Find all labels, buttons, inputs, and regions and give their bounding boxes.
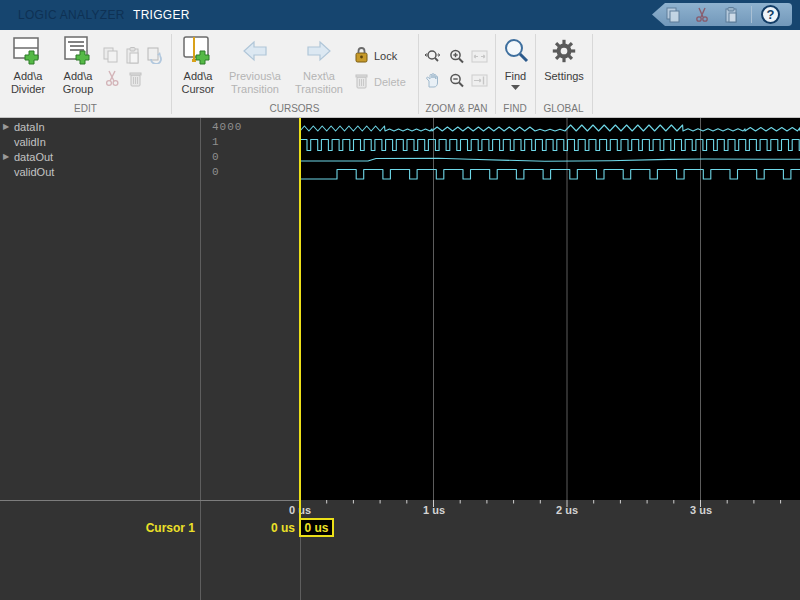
- paste-icon[interactable]: [723, 7, 739, 23]
- section-divider: [535, 34, 536, 114]
- find-button[interactable]: Find: [498, 34, 533, 90]
- find-section-label: FIND: [495, 103, 535, 114]
- cursor-readout-box[interactable]: 0 us: [299, 518, 334, 537]
- lock-icon[interactable]: [353, 46, 370, 63]
- waveform-plot[interactable]: [300, 118, 800, 500]
- cursor-name-label: Cursor 1: [95, 521, 195, 535]
- find-icon: [501, 34, 531, 68]
- zoom-pan-section-label: ZOOM & PAN: [418, 103, 495, 114]
- logic-analyzer-window: LOGIC ANALYZER TRIGGER ?: [0, 0, 800, 600]
- qat-separator: [751, 6, 752, 23]
- add-divider-button[interactable]: Add\aDivider: [4, 34, 52, 96]
- signal-row-validin[interactable]: validIn 1: [0, 136, 300, 151]
- cut-icon[interactable]: [694, 7, 710, 23]
- title-bar: LOGIC ANALYZER TRIGGER ?: [0, 0, 800, 30]
- settings-label: Settings: [544, 70, 584, 83]
- help-button[interactable]: ?: [761, 5, 780, 24]
- fit-to-view-icon[interactable]: [471, 48, 488, 65]
- add-cursor-icon: [181, 34, 215, 68]
- delete-cursor-icon[interactable]: [353, 72, 370, 89]
- zoom-to-cursor-icon[interactable]: [471, 72, 488, 89]
- signal-name: dataOut: [14, 151, 53, 163]
- add-cursor-label: Add\aCursor: [181, 70, 214, 96]
- add-divider-label: Add\aDivider: [11, 70, 45, 96]
- edit-section-label: EDIT: [0, 103, 171, 114]
- settings-button[interactable]: Settings: [540, 34, 588, 83]
- add-group-label: Add\aGroup: [63, 70, 94, 96]
- signal-value: 1: [212, 136, 220, 148]
- quick-access-toolbar: ?: [652, 3, 792, 26]
- time-cursor-line[interactable]: [299, 118, 301, 519]
- section-divider: [171, 34, 172, 114]
- cursor-value-label: 0 us: [215, 521, 295, 535]
- section-divider: [418, 34, 419, 114]
- cut-small-icon[interactable]: [104, 70, 121, 87]
- gear-icon: [550, 34, 578, 68]
- signal-name: validOut: [14, 166, 54, 178]
- signal-name: validIn: [14, 136, 46, 148]
- tab-logic-analyzer[interactable]: LOGIC ANALYZER: [18, 0, 125, 30]
- signal-value: 4000: [212, 121, 242, 133]
- signal-row-datain[interactable]: ▶ dataIn 4000: [0, 121, 300, 136]
- expand-arrow-icon[interactable]: ▶: [3, 122, 9, 131]
- toolstrip: Add\aDivider Add\aGroup: [0, 30, 800, 118]
- signal-name: dataIn: [14, 121, 45, 133]
- add-group-icon: [61, 34, 95, 68]
- paste-small-icon[interactable]: [124, 47, 141, 64]
- zoom-in-x-icon[interactable]: [424, 48, 441, 65]
- next-transition-label: Next\aTransition: [295, 70, 343, 96]
- chevron-down-icon: [511, 85, 520, 90]
- delete-label: Delete: [374, 76, 406, 88]
- tab-trigger[interactable]: TRIGGER: [133, 0, 190, 30]
- add-cursor-button[interactable]: Add\aCursor: [177, 34, 219, 96]
- previous-transition-button[interactable]: Previous\aTransition: [224, 34, 286, 96]
- previous-transition-label: Previous\aTransition: [229, 70, 281, 96]
- cursors-section-label: CURSORS: [171, 103, 418, 114]
- axis-top-line: [0, 500, 300, 501]
- zoom-out-icon[interactable]: [448, 72, 465, 89]
- signal-row-dataout[interactable]: ▶ dataOut 0: [0, 151, 300, 166]
- find-label: Find: [505, 70, 526, 83]
- next-transition-button[interactable]: Next\aTransition: [290, 34, 348, 96]
- signal-value: 0: [212, 166, 220, 178]
- waveform-panel: ▶ dataIn 4000 validIn 1 ▶ dataOut 0 vali…: [0, 118, 800, 600]
- signal-row-validout[interactable]: validOut 0: [0, 166, 300, 181]
- copy-icon[interactable]: [665, 7, 681, 23]
- axis-label-1us: 1 us: [414, 504, 454, 516]
- waveform-canvas: [300, 118, 800, 500]
- section-divider: [495, 34, 496, 114]
- lock-label[interactable]: Lock: [374, 50, 397, 62]
- axis-label-3us: 3 us: [681, 504, 721, 516]
- signal-value: 0: [212, 151, 220, 163]
- name-value-divider[interactable]: [200, 118, 201, 600]
- section-divider: [592, 34, 593, 114]
- add-group-button[interactable]: Add\aGroup: [54, 34, 102, 96]
- copy-small-icon[interactable]: [102, 47, 119, 64]
- pan-hand-icon[interactable]: [424, 72, 441, 89]
- axis-label-2us: 2 us: [547, 504, 587, 516]
- restore-small-icon[interactable]: [146, 47, 163, 64]
- add-divider-icon: [11, 34, 45, 68]
- arrow-right-icon: [304, 34, 334, 68]
- zoom-in-icon[interactable]: [448, 48, 465, 65]
- arrow-left-icon: [240, 34, 270, 68]
- trash-small-icon[interactable]: [127, 70, 144, 87]
- expand-arrow-icon[interactable]: ▶: [3, 152, 9, 161]
- global-section-label: GLOBAL: [535, 103, 592, 114]
